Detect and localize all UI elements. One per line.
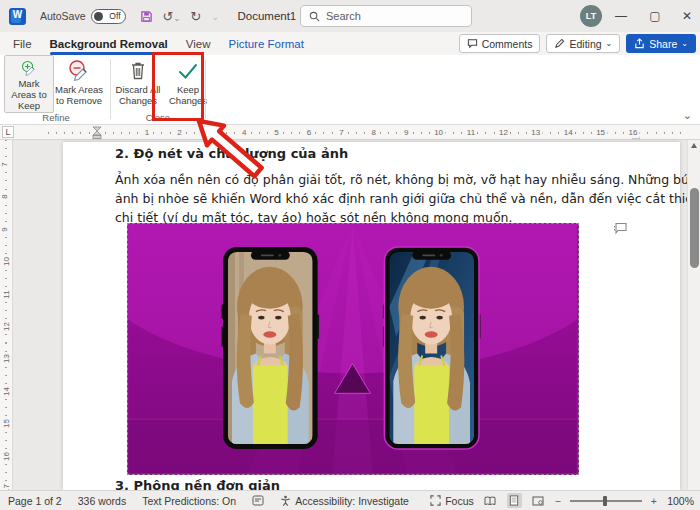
chevron-down-icon: ⌄ bbox=[606, 39, 613, 48]
read-mode-button[interactable] bbox=[483, 493, 498, 508]
h-ruler[interactable]: L 12345678910111213141516 bbox=[0, 125, 700, 140]
paragraph-line: ảnh bị nhòe sẽ khiến Word khó xác định r… bbox=[115, 189, 700, 208]
autosave-toggle[interactable]: Off bbox=[91, 9, 126, 24]
autosave-state: Off bbox=[109, 11, 120, 21]
discard-all-changes-button[interactable]: Discard All Changes bbox=[113, 55, 163, 113]
comments-button[interactable]: Comments bbox=[459, 34, 541, 53]
focus-mode-button[interactable]: Focus bbox=[430, 495, 474, 507]
share-button[interactable]: Share ⌄ bbox=[626, 34, 696, 53]
accessibility-label: Accessibility: Investigate bbox=[295, 495, 409, 507]
zoom-in-button[interactable]: + bbox=[651, 495, 657, 507]
maximize-button[interactable]: ▢ bbox=[640, 0, 670, 32]
v-ruler-number: 15 bbox=[2, 418, 11, 429]
search-placeholder: Search bbox=[326, 10, 361, 22]
v-ruler-number: 16 bbox=[2, 451, 11, 462]
accessibility-status[interactable]: Accessibility: Investigate bbox=[280, 495, 409, 507]
status-bar: Page 1 of 2 336 words Text Predictions: … bbox=[0, 490, 700, 510]
v-ruler-number: 9 bbox=[0, 226, 9, 232]
h-ruler-number: 5 bbox=[272, 127, 280, 138]
tab-picture-format[interactable]: Picture Format bbox=[219, 35, 312, 53]
zoom-slider[interactable] bbox=[570, 500, 642, 502]
focus-label: Focus bbox=[445, 495, 474, 507]
save-icon[interactable] bbox=[140, 10, 153, 23]
minimize-button[interactable]: — bbox=[606, 0, 636, 32]
mark-keep-label: Mark Areas to Keep bbox=[5, 79, 53, 112]
word-count[interactable]: 336 words bbox=[78, 495, 126, 507]
comment-anchor-icon[interactable] bbox=[612, 222, 628, 235]
account-avatar[interactable]: LT bbox=[580, 5, 602, 27]
h-ruler-number: 4 bbox=[240, 127, 248, 138]
v-ruler-number: 12 bbox=[2, 321, 11, 332]
section-heading-2: 2. Độ nét và chất lượng của ảnh bbox=[115, 146, 348, 161]
v-ruler-number: 10 bbox=[2, 256, 11, 267]
search-icon bbox=[309, 11, 320, 22]
share-label: Share bbox=[649, 38, 677, 50]
h-ruler-number: 3 bbox=[208, 127, 216, 138]
zoom-out-button[interactable]: − bbox=[555, 495, 561, 507]
search-box[interactable]: Search bbox=[300, 5, 472, 27]
close-button[interactable]: ✕ bbox=[674, 0, 700, 32]
text-predictions[interactable]: Text Predictions: On bbox=[142, 495, 236, 507]
tabrow-right-controls: Comments Editing ⌄ Share ⌄ bbox=[459, 34, 696, 53]
v-ruler-number: 14 bbox=[2, 386, 11, 397]
zoom-percentage[interactable]: 100% bbox=[666, 495, 694, 507]
scroll-up-icon[interactable] bbox=[691, 143, 697, 148]
mark-areas-to-remove-button[interactable]: Mark Areas to Remove bbox=[54, 55, 104, 113]
v-ruler-number: 13 bbox=[2, 353, 11, 364]
h-ruler-number: 2 bbox=[175, 127, 183, 138]
document-page[interactable]: 2. Độ nét và chất lượng của ảnh Ảnh xóa … bbox=[63, 142, 680, 490]
h-ruler-number: 10 bbox=[432, 127, 445, 138]
tab-file[interactable]: File bbox=[4, 35, 41, 53]
print-layout-button[interactable] bbox=[507, 493, 522, 508]
refine-group-label: Refine bbox=[4, 112, 108, 123]
web-layout-button[interactable] bbox=[531, 493, 546, 508]
h-ruler-number: 13 bbox=[529, 127, 542, 138]
group-separator bbox=[205, 59, 206, 119]
tab-view[interactable]: View bbox=[177, 35, 220, 53]
comments-label: Comments bbox=[482, 38, 533, 50]
close-group-label: Close bbox=[113, 112, 203, 123]
redo-icon[interactable]: ↻ bbox=[190, 9, 201, 24]
web-layout-icon bbox=[532, 496, 544, 506]
mark-areas-to-keep-button[interactable]: Mark Areas to Keep bbox=[4, 55, 54, 113]
autosave-label: AutoSave bbox=[40, 10, 86, 22]
h-ruler-number: 16 bbox=[627, 127, 640, 138]
tab-background-removal[interactable]: Background Removal bbox=[41, 35, 177, 53]
accessibility-icon bbox=[280, 495, 291, 506]
qat-overflow-icon[interactable]: ⌄ bbox=[211, 11, 219, 22]
title-bar: AutoSave Off ↺⌄ ↻ ⌄ Document1 -… Search … bbox=[0, 0, 700, 32]
focus-icon bbox=[430, 495, 441, 506]
vertical-scrollbar[interactable] bbox=[687, 140, 700, 490]
word-window: AutoSave Off ↺⌄ ↻ ⌄ Document1 -… Search … bbox=[0, 0, 700, 510]
autosave-control[interactable]: AutoSave Off bbox=[40, 9, 126, 24]
selected-picture[interactable] bbox=[127, 223, 579, 475]
ribbon-content: Mark Areas to Keep Mark Areas to Remove … bbox=[0, 55, 700, 125]
share-icon bbox=[634, 38, 645, 49]
h-ruler-number: 12 bbox=[497, 127, 510, 138]
mark-remove-icon bbox=[67, 59, 91, 83]
discard-label: Discard All Changes bbox=[113, 85, 163, 107]
chevron-down-icon: ⌄ bbox=[681, 39, 688, 48]
editing-mode-button[interactable]: Editing ⌄ bbox=[546, 34, 620, 53]
group-separator bbox=[110, 59, 111, 119]
trash-icon bbox=[127, 59, 149, 83]
phone-left bbox=[222, 247, 320, 449]
v-ruler-number: 7 bbox=[0, 161, 9, 167]
indent-marker-icon[interactable] bbox=[92, 126, 102, 139]
collapse-ribbon-icon[interactable]: ⌄ bbox=[683, 109, 692, 122]
quick-access-toolbar: ↺⌄ ↻ ⌄ bbox=[140, 9, 220, 24]
picture-content bbox=[128, 224, 577, 473]
tab-selector[interactable]: L bbox=[2, 126, 14, 138]
h-ruler-number: 1 bbox=[143, 127, 151, 138]
zoom-slider-knob[interactable] bbox=[603, 496, 607, 506]
scrollbar-thumb[interactable] bbox=[690, 188, 699, 268]
toggle-knob-icon bbox=[94, 12, 103, 21]
page-indicator[interactable]: Page 1 of 2 bbox=[8, 495, 62, 507]
mark-remove-label: Mark Areas to Remove bbox=[54, 85, 104, 107]
comment-icon bbox=[467, 38, 478, 49]
proofing-icon[interactable] bbox=[252, 495, 264, 506]
undo-icon[interactable]: ↺⌄ bbox=[163, 9, 181, 24]
print-layout-icon bbox=[509, 495, 519, 506]
pencil-icon bbox=[554, 38, 565, 49]
v-ruler[interactable]: 7891011121314151617 bbox=[0, 140, 13, 490]
